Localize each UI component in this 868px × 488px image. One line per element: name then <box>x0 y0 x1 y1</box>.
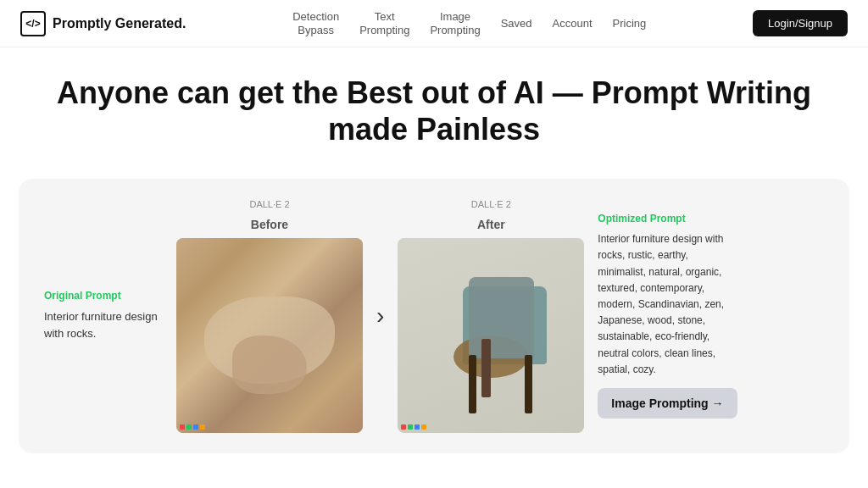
after-dall-label: DALL·E 2 <box>471 199 511 209</box>
after-section: DALL·E 2 After <box>398 199 584 433</box>
before-image <box>176 238 363 433</box>
before-dall-label: DALL·E 2 <box>249 199 289 209</box>
header: </> Promptly Generated. Detection Bypass… <box>0 0 868 47</box>
after-label: After <box>477 218 505 231</box>
bottom-section: An AI . . . for AI Prompt engineering ha… <box>19 467 849 488</box>
color-bar-before <box>180 424 205 430</box>
rocks-visual <box>176 238 363 433</box>
chair-visual <box>398 238 584 433</box>
login-signup-button[interactable]: Login/Signup <box>753 10 848 36</box>
original-prompt-label: Original Prompt <box>44 290 163 302</box>
original-prompt-text: Interior furniture design with rocks. <box>44 308 163 341</box>
logo-icon: </> <box>20 11 46 36</box>
nav-pricing[interactable]: Pricing <box>613 17 647 30</box>
before-label: Before <box>251 218 288 231</box>
chevron-icon: › <box>376 302 384 330</box>
main-nav: Detection Bypass Text Prompting Image Pr… <box>292 10 646 36</box>
logo[interactable]: </> Promptly Generated. <box>20 11 186 36</box>
comparison-card: Original Prompt Interior furniture desig… <box>19 179 849 453</box>
hero-section: Anyone can get the Best out of AI — Prom… <box>0 47 868 164</box>
after-image <box>398 238 584 433</box>
nav-image-prompting[interactable]: Image Prompting <box>430 10 480 36</box>
nav-text-prompting[interactable]: Text Prompting <box>359 10 409 36</box>
nav-saved[interactable]: Saved <box>501 17 532 30</box>
hero-title: Anyone can get the Best out of AI — Prom… <box>20 75 848 147</box>
optimized-prompt-text: Interior furniture design with rocks, ru… <box>598 231 737 378</box>
logo-text: Promptly Generated. <box>53 16 186 31</box>
before-section: DALL·E 2 Before <box>176 199 363 433</box>
image-prompting-button[interactable]: Image Prompting → <box>598 388 737 419</box>
nav-detection-bypass[interactable]: Detection Bypass <box>292 10 339 36</box>
color-bar-after <box>401 424 426 430</box>
optimized-prompt-box: Optimized Prompt Interior furniture desi… <box>598 213 737 419</box>
nav-account[interactable]: Account <box>553 17 593 30</box>
optimized-prompt-label: Optimized Prompt <box>598 213 737 225</box>
original-prompt-box: Original Prompt Interior furniture desig… <box>44 290 163 341</box>
